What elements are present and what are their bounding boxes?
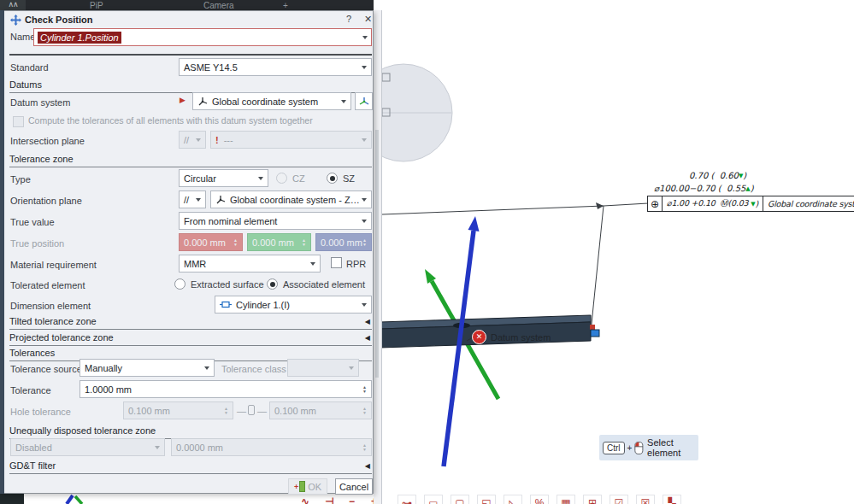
section-projected-tolerance-zone[interactable]: Projected tolerance zone ◀ bbox=[9, 332, 372, 346]
spinner-arrows-icon: ▲▼ bbox=[362, 443, 367, 451]
chevron-down-icon[interactable] bbox=[362, 36, 368, 39]
intersection-operator-select: // bbox=[179, 131, 206, 149]
type-select[interactable]: Circular bbox=[179, 169, 268, 187]
true-position-x-value: 0.000 mm bbox=[184, 237, 226, 248]
part-end-blue[interactable] bbox=[591, 330, 599, 337]
cz-radio bbox=[276, 173, 287, 184]
ctrl-keycap: Ctrl bbox=[603, 442, 625, 454]
feature-control-frame[interactable]: ⊕ ⌀1.00 +0.10 Ⓜ(0.03 ▼) Global coordinat… bbox=[647, 196, 854, 212]
material-requirement-value: MMR bbox=[184, 259, 206, 269]
collapse-left-icon[interactable]: ◀ bbox=[365, 334, 370, 342]
chevron-down-icon bbox=[362, 220, 367, 223]
dash-tool-icon[interactable]: − bbox=[349, 495, 355, 504]
hint-label: Select element bbox=[647, 437, 698, 458]
spinner-arrows-icon[interactable]: ▲▼ bbox=[362, 385, 367, 393]
bottom-left-panel-corner bbox=[0, 494, 24, 504]
type-label: Type bbox=[10, 174, 31, 185]
grid-icon[interactable]: ▦ bbox=[557, 495, 575, 504]
expand-icon[interactable]: ⊞ bbox=[583, 495, 602, 504]
chevron-down-icon bbox=[349, 366, 354, 370]
dimension-element-select[interactable]: Cylinder 1.(I) bbox=[215, 296, 372, 314]
percent-icon[interactable]: % bbox=[530, 495, 549, 504]
delete-datum-icon[interactable]: ✕ bbox=[472, 330, 486, 344]
tolerance-source-select[interactable]: Manually bbox=[80, 359, 215, 377]
material-requirement-label: Material requirement bbox=[10, 260, 97, 270]
part-end-red[interactable] bbox=[590, 325, 595, 330]
tolerance-class-select bbox=[287, 359, 359, 377]
caliper-tool-icon[interactable]: ⊣ bbox=[325, 495, 334, 504]
chevron-down-icon bbox=[196, 198, 201, 202]
tolerance-value: 1.0000 mm bbox=[85, 384, 132, 395]
tolerance-input[interactable]: 1.0000 mm ▲▼ bbox=[80, 380, 372, 398]
associated-element-label: Associated element bbox=[283, 279, 365, 290]
application-window: 0.70 ( 0.60▼) ⌀100.00−0.70 ( 0.55▲) ⊕ ⌀1… bbox=[0, 0, 854, 504]
checkbox-icon[interactable]: ☑ bbox=[610, 495, 628, 504]
chevron-down-icon bbox=[362, 66, 367, 69]
extracted-surface-radio[interactable] bbox=[174, 278, 186, 290]
sz-radio[interactable] bbox=[327, 173, 338, 184]
standard-select[interactable]: ASME Y14.5 bbox=[179, 58, 372, 76]
caliper-icon[interactable]: ⊶ bbox=[398, 495, 416, 504]
dimension-line-1[interactable]: 0.70 ( 0.60▼) bbox=[689, 171, 746, 180]
true-position-y-input: 0.000 mm ▲▼ bbox=[247, 233, 311, 251]
fcf-datum-cell: Global coordinate system bbox=[763, 196, 854, 211]
selection-hint: Ctrl + Select element bbox=[599, 435, 698, 460]
datum-system-tag[interactable]: ✕ Datum system bbox=[472, 330, 551, 344]
help-button[interactable]: ? bbox=[346, 14, 351, 24]
triangle-ruler-icon[interactable]: ◺ bbox=[504, 495, 522, 504]
true-position-z-value: 0.000 mm bbox=[321, 237, 362, 248]
square-l-icon[interactable]: ◱ bbox=[477, 495, 496, 504]
edit-datum-system-button[interactable] bbox=[355, 92, 373, 110]
section-datums: Datums bbox=[9, 79, 372, 93]
split-squares-icon[interactable]: ▚ bbox=[663, 495, 681, 504]
extracted-surface-label: Extracted surface bbox=[191, 279, 264, 290]
true-position-label: True position bbox=[10, 238, 64, 249]
ok-label: OK bbox=[308, 482, 321, 492]
chevron-down-icon bbox=[341, 100, 346, 103]
rpr-checkbox[interactable] bbox=[331, 257, 342, 268]
section-gdt-filter[interactable]: GD&T filter ◀ bbox=[9, 460, 372, 474]
hole-tolerance-label: Hole tolerance bbox=[10, 407, 71, 417]
section-tolerance-zone: Tolerance zone bbox=[9, 154, 372, 167]
datum-system-tag-label: Datum system bbox=[491, 332, 551, 343]
panel-splitter[interactable] bbox=[374, 10, 382, 504]
cylinder-icon bbox=[220, 300, 232, 309]
scrollbar-thumb[interactable] bbox=[375, 130, 379, 378]
dialog-left-edge bbox=[0, 10, 4, 494]
dialog-title: Check Position bbox=[25, 15, 92, 25]
unequally-mode-select: Disabled bbox=[10, 438, 165, 456]
ok-plus-icon: + bbox=[294, 483, 298, 491]
dimension-line-2[interactable]: ⌀100.00−0.70 ( 0.55▲) bbox=[654, 184, 754, 193]
annotation-leader-line bbox=[382, 203, 648, 214]
section-tilted-tolerance-zone[interactable]: Tilted tolerance zone ◀ bbox=[9, 316, 372, 330]
hint-plus: + bbox=[627, 443, 633, 453]
associated-element-radio[interactable] bbox=[267, 278, 278, 290]
cancel-label: Cancel bbox=[339, 482, 368, 492]
spinner-arrows-icon: ▲▼ bbox=[224, 407, 228, 414]
datum-system-select[interactable]: Global coordinate system bbox=[192, 92, 351, 110]
orientation-plane-select[interactable]: Global coordinate system - Z-axis bbox=[210, 190, 372, 208]
unequally-value-input: 0.0000 mm ▲▼ bbox=[171, 438, 372, 456]
rpr-label: RPR bbox=[346, 259, 366, 269]
leader-arrowhead bbox=[596, 202, 604, 209]
collapse-left-icon[interactable]: ◀ bbox=[365, 318, 370, 325]
cz-label: CZ bbox=[292, 173, 305, 184]
name-label: Name bbox=[10, 32, 35, 42]
cancel-button[interactable]: Cancel bbox=[335, 478, 373, 495]
ok-button[interactable]: + OK bbox=[288, 478, 327, 495]
xbox-icon[interactable]: ☒ bbox=[636, 495, 655, 504]
wave-tool-icon[interactable]: ∿ bbox=[301, 495, 309, 504]
mouse-left-click-icon bbox=[634, 440, 644, 456]
check-position-dialog: Check Position ? ✕ Name Cylinder 1.Posit… bbox=[0, 10, 374, 494]
material-requirement-select[interactable]: MMR bbox=[179, 255, 321, 273]
close-button[interactable]: ✕ bbox=[364, 14, 372, 25]
square-icon[interactable]: ▢ bbox=[451, 495, 469, 504]
rectangle-icon[interactable]: ▭ bbox=[424, 495, 443, 504]
name-input[interactable]: Cylinder 1.Position bbox=[33, 28, 372, 46]
true-value-select[interactable]: From nominal element bbox=[179, 212, 372, 230]
chevron-down-icon bbox=[196, 138, 201, 142]
tolerance-class-label: Tolerance class bbox=[221, 364, 286, 374]
collapse-left-icon[interactable]: ◀ bbox=[365, 462, 370, 470]
orientation-operator-select[interactable]: // bbox=[179, 190, 206, 208]
coordinate-system-icon bbox=[215, 195, 226, 205]
